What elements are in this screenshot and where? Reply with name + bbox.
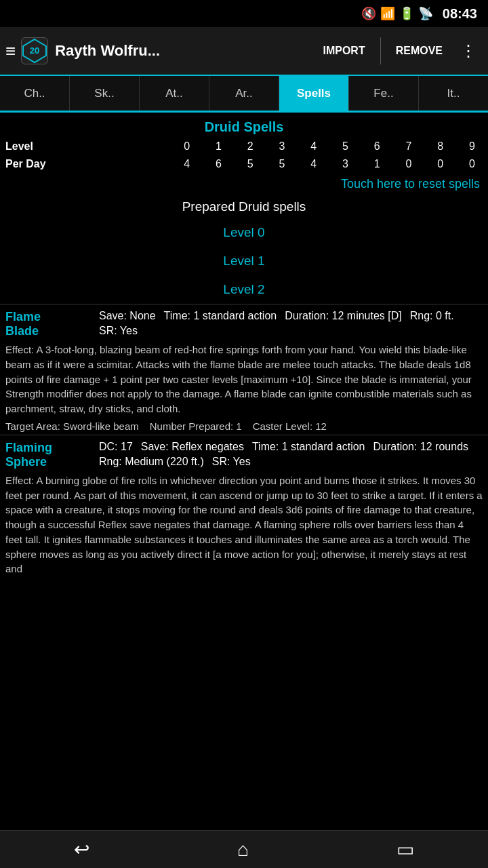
- spell-flaming-sphere: FlamingSphere DC: 17 Save: Reflex negate…: [0, 435, 488, 579]
- druid-spells-header: Druid Spells: [0, 113, 488, 138]
- menu-button[interactable]: ≡: [5, 41, 16, 62]
- level-2: 2: [235, 138, 266, 155]
- import-button[interactable]: IMPORT: [310, 39, 377, 62]
- back-button[interactable]: ↩: [74, 838, 89, 861]
- level-8: 8: [424, 138, 456, 155]
- level-0: 0: [171, 138, 203, 155]
- spell-flame-blade: FlameBlade Save: None Time: 1 standard a…: [0, 304, 488, 435]
- status-icons: 🔇 📶 🔋 📡 08:43: [361, 6, 477, 22]
- reset-spells-button[interactable]: Touch here to reset spells: [0, 173, 488, 195]
- tab-fe[interactable]: Fe..: [349, 76, 419, 111]
- flame-blade-sr: SR: Yes: [99, 325, 138, 337]
- level-9: 9: [456, 138, 488, 155]
- flame-blade-casterlevel: Caster Level: 12: [253, 420, 327, 432]
- level-label: Level: [0, 138, 171, 155]
- per-day-1: 6: [203, 155, 235, 173]
- signal-icon: 📡: [418, 6, 433, 21]
- flame-blade-duration: Duration: 12 minutes [D]: [285, 310, 402, 322]
- svg-text:20: 20: [30, 45, 39, 56]
- status-bar: 🔇 📶 🔋 📡 08:43: [0, 0, 488, 27]
- home-button[interactable]: ⌂: [237, 839, 249, 861]
- level-0-link[interactable]: Level 0: [0, 218, 488, 247]
- flame-blade-time: Time: 1 standard action: [164, 310, 277, 322]
- time-display: 08:43: [443, 6, 477, 22]
- flame-blade-stats: Save: None Time: 1 standard action Durat…: [99, 310, 483, 337]
- per-day-6: 1: [361, 155, 393, 173]
- per-day-3: 5: [266, 155, 298, 173]
- per-day-0: 4: [171, 155, 203, 173]
- level-3: 3: [266, 138, 298, 155]
- bottom-nav: ↩ ⌂ ▭: [0, 830, 488, 868]
- spell-levels-table: Level 0 1 2 3 4 5 6 7 8 9 Per Day 4 6 5 …: [0, 138, 488, 173]
- recent-apps-button[interactable]: ▭: [396, 838, 414, 861]
- per-day-row: Per Day 4 6 5 5 4 3 1 0 0 0: [0, 155, 488, 173]
- per-day-4: 4: [298, 155, 329, 173]
- per-day-5: 3: [329, 155, 361, 173]
- app-title: Rayth Wolfru...: [55, 42, 310, 60]
- flame-blade-save: Save: None: [99, 310, 156, 322]
- flaming-sphere-duration: Duration: 12 rounds: [373, 441, 469, 453]
- per-day-8: 0: [424, 155, 456, 173]
- flaming-sphere-effect: Effect: A burning globe of fire rolls in…: [5, 473, 483, 576]
- level-1-link[interactable]: Level 1: [0, 247, 488, 275]
- per-day-7: 0: [393, 155, 425, 173]
- tabs-bar: Ch.. Sk.. At.. Ar.. Spells Fe.. It..: [0, 76, 488, 113]
- flame-blade-effect: Effect: A 3-foot-long, blazing beam of r…: [5, 342, 483, 416]
- flaming-sphere-stats: DC: 17 Save: Reflex negates Time: 1 stan…: [99, 441, 483, 468]
- level-2-link[interactable]: Level 2: [0, 275, 488, 304]
- tab-ch[interactable]: Ch..: [0, 76, 70, 111]
- flame-blade-name[interactable]: FlameBlade: [5, 310, 94, 338]
- tab-at[interactable]: At..: [140, 76, 209, 111]
- per-day-2: 5: [235, 155, 266, 173]
- wifi-icon: 📶: [380, 6, 395, 21]
- tab-sk[interactable]: Sk..: [70, 76, 140, 111]
- flaming-sphere-range: Rng: Medium (220 ft.): [99, 456, 204, 468]
- per-day-9: 0: [456, 155, 488, 173]
- app-logo: 20: [21, 37, 48, 64]
- flame-blade-header: FlameBlade Save: None Time: 1 standard a…: [5, 310, 483, 338]
- level-7: 7: [393, 138, 425, 155]
- header-divider: [380, 37, 381, 64]
- main-content: Druid Spells Level 0 1 2 3 4 5 6 7 8 9 P…: [0, 113, 488, 830]
- level-4: 4: [298, 138, 329, 155]
- level-6: 6: [361, 138, 393, 155]
- level-5: 5: [329, 138, 361, 155]
- flaming-sphere-sr: SR: Yes: [212, 456, 251, 468]
- flame-blade-target: Target Area: Sword-like beam: [5, 420, 139, 432]
- table-header-row: Level 0 1 2 3 4 5 6 7 8 9: [0, 138, 488, 155]
- flaming-sphere-header: FlamingSphere DC: 17 Save: Reflex negate…: [5, 441, 483, 469]
- tab-spells[interactable]: Spells: [279, 76, 349, 111]
- remove-button[interactable]: REMOVE: [384, 39, 455, 62]
- flaming-sphere-dc: DC: 17: [99, 441, 133, 453]
- per-day-label: Per Day: [0, 155, 171, 173]
- flaming-sphere-name[interactable]: FlamingSphere: [5, 441, 94, 469]
- flaming-sphere-time: Time: 1 standard action: [252, 441, 365, 453]
- flame-blade-prepared: Number Prepared: 1: [150, 420, 242, 432]
- prepared-label: Prepared Druid spells: [0, 195, 488, 218]
- flaming-sphere-save: Save: Reflex negates: [141, 441, 244, 453]
- battery-icon: 🔋: [399, 6, 414, 21]
- mute-icon: 🔇: [361, 6, 376, 21]
- more-options-button[interactable]: ⋮: [455, 41, 483, 60]
- tab-ar[interactable]: Ar..: [209, 76, 279, 111]
- level-1: 1: [203, 138, 235, 155]
- app-bar: ≡ 20 Rayth Wolfru... IMPORT REMOVE ⋮: [0, 27, 488, 76]
- flame-blade-range: Rng: 0 ft.: [410, 310, 454, 322]
- flame-blade-footer: Target Area: Sword-like beam Number Prep…: [5, 420, 483, 432]
- tab-it[interactable]: It..: [419, 76, 488, 111]
